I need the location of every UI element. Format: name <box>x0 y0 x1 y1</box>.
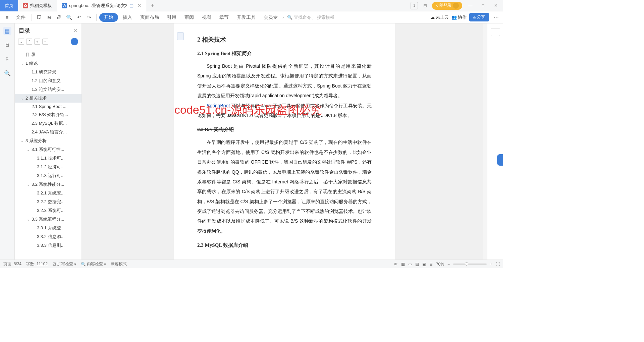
remove-button[interactable]: − <box>42 39 48 45</box>
outline-item[interactable]: 2.4 JAVA 语言介... <box>15 128 82 136</box>
view-read-icon[interactable]: ▣ <box>422 262 426 267</box>
outline-item[interactable]: 目 录 <box>15 50 82 59</box>
outline-item[interactable]: 3.2.2 数据完... <box>15 197 82 206</box>
toggle-pane-button[interactable] <box>491 28 500 36</box>
outline-item[interactable]: 3.2.3 系统可... <box>15 206 82 215</box>
menu-view[interactable]: 视图 <box>199 13 215 22</box>
outline-item[interactable]: 2.2 B/S 架构介绍... <box>15 110 82 119</box>
heading-22: 2.2 B/S 架构介绍 <box>197 126 372 133</box>
view-print-icon[interactable]: ▦ <box>401 262 405 267</box>
paragraph: 在早期的程序开发中，使用得最多的莫过于 C/S 架构了，现在的生活中软件在生活的… <box>197 137 372 236</box>
search-commands[interactable]: 🔍 查找命令、 搜索模板 <box>285 14 336 20</box>
content-check[interactable]: 🔍内容检查▾ <box>81 261 106 267</box>
outline-item[interactable]: 1.2 目的和意义 <box>15 76 82 85</box>
view-web-icon[interactable]: ▭ <box>408 262 412 267</box>
outline-item[interactable]: ⌄1 绪论 <box>15 59 82 68</box>
menu-devtools[interactable]: 开发工具 <box>233 13 259 22</box>
outline-item[interactable]: 3.2.1 系统安... <box>15 189 82 197</box>
outline-item[interactable]: 3.1.1 技术可... <box>15 154 82 163</box>
outline-item[interactable]: ⌄3.3 系统流程分... <box>15 215 82 224</box>
outline-item[interactable]: 1.3 论文结构安... <box>15 85 82 94</box>
outline-item[interactable]: 1.1 研究背景 <box>15 68 82 76</box>
outline-item-label: 1.1 研究背景 <box>32 69 56 75</box>
menu-icon[interactable]: ≡ <box>3 13 11 22</box>
outline-item[interactable]: 3.3.2 信息添... <box>15 232 82 241</box>
tab-document[interactable]: W springboo...业管理系统=论文2 ▢ ✕ <box>57 0 146 11</box>
outline-item-label: 3.1.3 运行可... <box>37 173 64 179</box>
outline-item[interactable]: ⌄2 相关技术 <box>15 94 82 103</box>
add-button[interactable]: + <box>34 39 40 45</box>
menu-chapter[interactable]: 章节 <box>216 13 232 22</box>
page-marker-icon[interactable] <box>177 32 184 40</box>
zoom-out-button[interactable]: − <box>447 262 450 267</box>
springboot-link[interactable]: SpringBoot <box>207 103 230 108</box>
layout1-icon[interactable]: 1 <box>411 2 418 9</box>
collapse-all-button[interactable]: ⌄ <box>18 39 24 45</box>
apps-icon[interactable]: ⊞ <box>421 2 429 9</box>
outline-list: 目 录⌄1 绪论1.1 研究背景1.2 目的和意义1.3 论文结构安...⌄2 … <box>15 48 82 260</box>
outline-item[interactable]: ⌄3.2 系统性能分... <box>15 180 82 189</box>
outline-panel: 目录 ✕ ⌄ ⌃ + − 目 录⌄1 绪论1.1 研究背景1.2 目的和意义1.… <box>15 23 82 260</box>
more-icon[interactable]: ⋯ <box>492 13 500 22</box>
outline-item[interactable]: ⌄3 系统分析 <box>15 136 82 145</box>
zoom-slider[interactable] <box>453 264 487 265</box>
ruler-icon[interactable]: ⊟ <box>429 262 433 267</box>
outline-close-icon[interactable]: ✕ <box>73 27 77 34</box>
left-rail: ▤ 🗎 ⚐ 🔍 <box>0 23 15 260</box>
page-indicator[interactable]: 页面: 8/34 <box>3 261 21 267</box>
close-icon[interactable]: ✕ <box>138 3 141 8</box>
outline-item[interactable]: 3.3.3 信息删... <box>15 241 82 250</box>
spell-check[interactable]: ☑拼写检查▾ <box>52 261 76 267</box>
minimize-button[interactable]: — <box>466 3 475 8</box>
print-icon[interactable]: 🖶 <box>55 13 63 22</box>
undo-icon[interactable]: ↶ <box>75 13 84 22</box>
save-icon[interactable]: 🖫 <box>35 13 43 22</box>
outline-item-label: 3.1.1 技术可... <box>37 155 64 161</box>
zoom-value[interactable]: 70% <box>436 262 444 267</box>
outline-item-label: 2.3 MySQL 数据... <box>32 120 67 126</box>
menu-insert[interactable]: 插入 <box>119 13 136 22</box>
expand-all-button[interactable]: ⌃ <box>26 39 32 45</box>
page-icon[interactable]: 🗎 <box>3 41 11 49</box>
float-side-tab[interactable] <box>497 154 503 166</box>
menu-layout[interactable]: 页面布局 <box>137 13 162 22</box>
menu-member[interactable]: 会员专 <box>260 13 281 22</box>
ai-icon[interactable] <box>71 38 78 45</box>
document-page[interactable]: 2 相关技术 2.1 Spring Boot 框架简介 Spring Boot … <box>174 23 395 260</box>
word-count[interactable]: 字数: 11102 <box>26 261 48 267</box>
tab-templates[interactable]: ✿ 找稻壳模板 <box>18 0 57 11</box>
scrollbar[interactable] <box>483 23 487 260</box>
check-icon: ☑ <box>52 262 56 267</box>
redo-icon[interactable]: ↷ <box>85 13 94 22</box>
save-as-icon[interactable]: 🗎 <box>45 13 53 22</box>
share-button[interactable]: ⎋分享 <box>469 13 489 21</box>
zoom-in-button[interactable]: + <box>490 262 492 267</box>
view-eye-icon[interactable]: 👁 <box>394 262 398 267</box>
bookmark-icon[interactable]: ⚐ <box>3 55 11 63</box>
outline-item[interactable]: ⌄3.1 系统可行性... <box>15 145 82 154</box>
new-tab-button[interactable]: + <box>146 2 159 9</box>
outline-item-label: 3 系统分析 <box>25 138 47 144</box>
fullscreen-icon[interactable]: ⛶ <box>496 262 500 267</box>
outline-item[interactable]: 3.1.3 运行可... <box>15 171 82 180</box>
cloud-icon: ☁ <box>430 15 435 20</box>
outline-item[interactable]: 2.3 MySQL 数据... <box>15 119 82 128</box>
close-button[interactable]: ✕ <box>491 3 500 8</box>
login-button[interactable]: 立即登录 <box>432 2 462 10</box>
tab-home[interactable]: 首页 <box>0 0 18 11</box>
outline-item[interactable]: 2.1 Spring Boot ... <box>15 103 82 110</box>
search-icon[interactable]: 🔍 <box>3 69 11 77</box>
maximize-button[interactable]: □ <box>478 3 488 8</box>
menu-file[interactable]: 文件 <box>13 13 29 22</box>
preview-icon[interactable]: 🔍 <box>65 13 73 22</box>
outline-item[interactable]: 3.1.2 经济可... <box>15 163 82 171</box>
menu-review[interactable]: 审阅 <box>181 13 197 22</box>
outline-icon[interactable]: ▤ <box>3 27 11 35</box>
menu-start[interactable]: 开始 <box>99 13 118 22</box>
cloud-status[interactable]: ☁未上云 <box>430 14 449 20</box>
menu-reference[interactable]: 引用 <box>164 13 180 22</box>
compat-mode[interactable]: 兼容模式 <box>111 261 127 267</box>
collab-button[interactable]: 👥协作 <box>451 14 467 20</box>
view-outline-icon[interactable]: ▤ <box>415 262 419 267</box>
outline-item[interactable]: 3.3.1 系统登... <box>15 224 82 232</box>
